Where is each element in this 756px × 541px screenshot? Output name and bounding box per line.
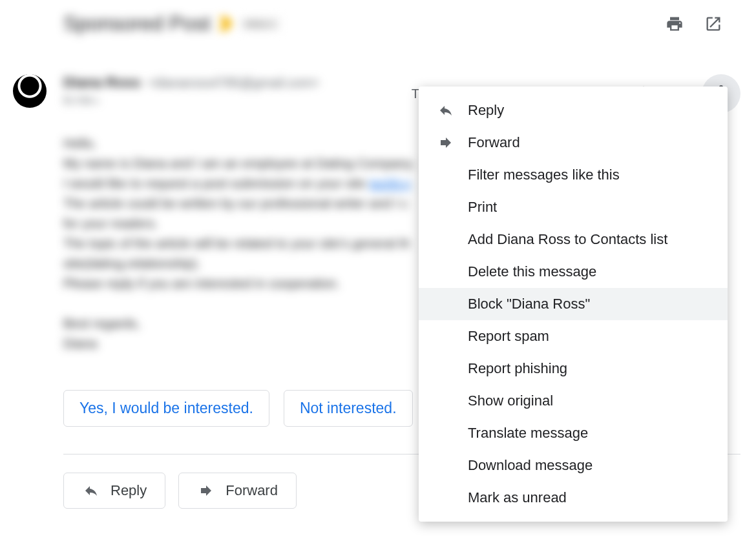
menu-item-10[interactable]: Translate message bbox=[419, 417, 728, 449]
sender-avatar[interactable] bbox=[13, 74, 47, 108]
more-options-menu: ReplyForwardFilter messages like thisPri… bbox=[419, 87, 728, 522]
smart-reply-2[interactable]: Not interested. bbox=[284, 390, 413, 427]
menu-item-label: Show original bbox=[468, 393, 553, 409]
menu-item-label: Block "Diana Ross" bbox=[468, 296, 590, 312]
reply-button[interactable]: Reply bbox=[63, 473, 165, 509]
forward-icon bbox=[437, 135, 468, 150]
menu-item-label: Download message bbox=[468, 457, 593, 474]
menu-item-5[interactable]: Delete this message bbox=[419, 256, 728, 288]
importance-marker[interactable] bbox=[218, 17, 233, 31]
email-subject: Sponsored Post bbox=[63, 12, 211, 36]
menu-item-label: Print bbox=[468, 199, 497, 216]
menu-item-9[interactable]: Show original bbox=[419, 385, 728, 417]
menu-item-2[interactable]: Filter messages like this bbox=[419, 159, 728, 191]
menu-item-label: Report phishing bbox=[468, 360, 567, 377]
menu-item-label: Add Diana Ross to Contacts list bbox=[468, 231, 667, 248]
smart-reply-1[interactable]: Yes, I would be interested. bbox=[63, 390, 269, 427]
sender-email: <dianaross4785@gmail.com> bbox=[147, 76, 319, 90]
open-in-new-icon[interactable] bbox=[704, 15, 722, 33]
forward-arrow-icon bbox=[197, 483, 215, 498]
menu-item-label: Delete this message bbox=[468, 263, 596, 280]
menu-item-label: Translate message bbox=[468, 425, 588, 442]
menu-item-label: Reply bbox=[468, 102, 504, 119]
menu-item-1[interactable]: Forward bbox=[419, 127, 728, 159]
label-inbox[interactable]: Inbox x bbox=[240, 17, 280, 30]
menu-item-11[interactable]: Download message bbox=[419, 449, 728, 482]
menu-item-label: Report spam bbox=[468, 328, 549, 345]
menu-item-label: Mark as unread bbox=[468, 489, 567, 506]
menu-item-7[interactable]: Report spam bbox=[419, 320, 728, 352]
reply-arrow-icon bbox=[82, 483, 100, 498]
menu-item-12[interactable]: Mark as unread bbox=[419, 482, 728, 514]
menu-item-0[interactable]: Reply bbox=[419, 94, 728, 127]
menu-item-label: Forward bbox=[468, 134, 520, 151]
menu-item-6[interactable]: Block "Diana Ross" bbox=[419, 288, 728, 320]
menu-item-8[interactable]: Report phishing bbox=[419, 352, 728, 385]
print-icon[interactable] bbox=[666, 15, 684, 33]
body-link[interactable]: techli.p bbox=[370, 176, 410, 190]
menu-item-4[interactable]: Add Diana Ross to Contacts list bbox=[419, 223, 728, 256]
sender-name: Diana Ross bbox=[63, 74, 141, 90]
menu-item-label: Filter messages like this bbox=[468, 167, 620, 183]
recipient-line[interactable]: to me▾ bbox=[63, 94, 319, 107]
menu-item-3[interactable]: Print bbox=[419, 191, 728, 223]
forward-button[interactable]: Forward bbox=[178, 473, 297, 509]
reply-icon bbox=[437, 103, 468, 118]
chevron-down-icon: ▾ bbox=[95, 97, 99, 106]
